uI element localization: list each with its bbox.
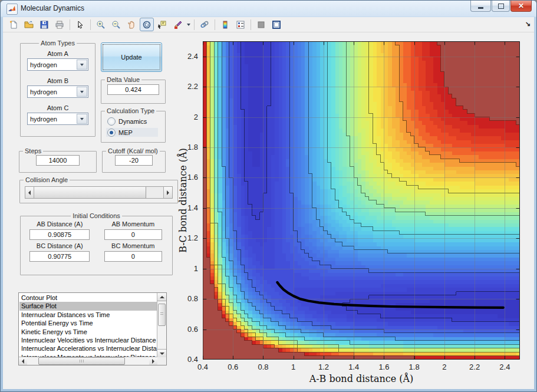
window-title: Molecular Dynamics — [21, 4, 84, 12]
scroll-left-button[interactable] — [19, 357, 27, 365]
ab-momentum-label: AB Momentum — [99, 220, 168, 228]
colorbar-button[interactable] — [218, 18, 232, 31]
pan-hand-button[interactable] — [124, 18, 139, 31]
inactive-square-icon — [256, 20, 266, 29]
list-horizontal-scrollbar[interactable] — [19, 357, 157, 365]
zoom-out-button[interactable] — [109, 18, 123, 31]
arrow-right-icon — [167, 190, 169, 195]
atom-a-dropdown[interactable]: hydrogen — [27, 58, 88, 71]
update-button[interactable]: Update — [101, 42, 162, 72]
close-button[interactable]: ✕ — [510, 1, 532, 12]
arrow-left-icon — [22, 359, 24, 364]
toolbar-overflow-arrow[interactable]: ↘ — [525, 20, 531, 28]
slider-track[interactable] — [146, 187, 163, 198]
figure-content: Atom Types Atom A hydrogen Atom B hydrog… — [3, 32, 534, 389]
arrow-cursor-button[interactable] — [73, 18, 87, 31]
save-button[interactable] — [37, 18, 51, 31]
slider-thumb[interactable] — [34, 187, 146, 198]
x-tick-label: 2.2 — [463, 363, 486, 371]
list-vertical-scrollbar[interactable] — [157, 293, 166, 357]
scroll-up-button[interactable] — [157, 293, 166, 301]
list-item[interactable]: Kinetic Energy vs Time — [19, 328, 157, 336]
data-cursor-icon — [157, 20, 167, 29]
ab-momentum-input[interactable] — [104, 229, 162, 240]
bc-momentum-label: BC Momentum — [99, 242, 168, 249]
x-tick-label: 0.6 — [221, 363, 245, 371]
close-icon: ✕ — [518, 2, 524, 9]
dock-figure-button[interactable] — [269, 18, 284, 31]
atom-b-label: Atom B — [21, 77, 95, 84]
chevron-down-icon — [80, 91, 84, 93]
radio-dynamics[interactable]: Dynamics — [106, 117, 165, 126]
titlebar[interactable]: Molecular Dynamics ✕ — [3, 1, 534, 17]
bc-momentum-input[interactable] — [104, 251, 162, 262]
atom-b-dropdown[interactable]: hydrogen — [27, 85, 88, 98]
brush-button[interactable] — [170, 18, 185, 31]
x-tick-label: 1.2 — [312, 363, 335, 371]
minimize-icon — [478, 7, 483, 9]
list-item[interactable]: Internuclear Velocities vs Internuclear … — [19, 336, 157, 344]
legend-icon — [236, 20, 245, 29]
atom-types-title: Atom Types — [39, 39, 77, 47]
open-file-button[interactable] — [22, 18, 36, 31]
x-tick-label: 0.8 — [251, 363, 275, 371]
collision-angle-slider[interactable] — [25, 186, 173, 199]
radio-mep[interactable]: MEP — [106, 128, 158, 137]
arrow-left-icon — [28, 190, 31, 195]
list-item[interactable]: Contour Plot — [19, 294, 157, 302]
new-file-icon — [9, 20, 18, 29]
inactive-square-button[interactable] — [254, 18, 268, 31]
list-item[interactable]: Potential Energy vs Time — [19, 319, 157, 327]
rotate-3d-button[interactable] — [140, 18, 154, 31]
print-button[interactable] — [52, 18, 67, 31]
slider-left-button[interactable] — [25, 187, 34, 198]
data-cursor-button[interactable] — [155, 18, 169, 31]
ab-distance-input[interactable] — [29, 229, 90, 240]
collision-angle-panel: Collision Angle — [19, 176, 178, 203]
rotate-3d-icon — [142, 20, 151, 29]
list-item[interactable]: Internuclear Accelerations vs Internucle… — [19, 344, 157, 353]
steps-input[interactable] — [36, 155, 80, 166]
restore-button[interactable] — [492, 1, 510, 12]
delta-value-input[interactable] — [107, 84, 159, 95]
bc-distance-input[interactable] — [29, 251, 90, 262]
save-icon — [39, 20, 49, 29]
slider-right-button[interactable] — [163, 187, 172, 198]
list-item[interactable]: Surface Plot — [19, 302, 157, 310]
brush-dropdown-button[interactable] — [186, 18, 191, 31]
figure-toolbar: ↘ — [3, 17, 534, 32]
toolbar-separator — [90, 19, 91, 30]
bc-distance-label: BC Distance (A) — [25, 242, 94, 249]
atom-c-dropdown-button[interactable] — [77, 114, 87, 124]
scrollbar-corner — [157, 357, 166, 365]
plot-type-list: Contour PlotSurface PlotInternuclear Dis… — [19, 294, 157, 357]
x-tick-label: 1.8 — [403, 363, 426, 371]
cutoff-input[interactable] — [115, 155, 153, 166]
scroll-down-button[interactable] — [157, 349, 166, 357]
delta-value-panel: Delta Value — [101, 76, 166, 104]
arrow-up-icon — [160, 296, 164, 298]
atom-a-dropdown-button[interactable] — [77, 60, 87, 70]
dropdown-caret-icon — [187, 24, 190, 26]
atom-b-dropdown-button[interactable] — [77, 87, 87, 97]
atom-c-dropdown[interactable]: hydrogen — [27, 113, 88, 125]
figure-client-area: ↘ Atom Types Atom A hydrogen Atom B hydr… — [3, 17, 534, 389]
link-plots-button[interactable] — [197, 18, 212, 31]
legend-button[interactable] — [233, 18, 248, 31]
initial-conditions-title: Initial Conditions — [71, 212, 122, 219]
collision-angle-title: Collision Angle — [24, 176, 70, 183]
zoom-in-button[interactable] — [94, 18, 108, 31]
list-item[interactable]: Internuclear Distances vs Time — [19, 311, 157, 319]
pes-plot-canvas[interactable] — [203, 41, 520, 360]
initial-conditions-panel: Initial Conditions AB Distance (A) AB Mo… — [20, 212, 173, 275]
y-tick-label: 0.8 — [176, 294, 198, 303]
scroll-right-button[interactable] — [149, 357, 157, 365]
arrow-cursor-icon — [75, 20, 85, 29]
new-file-button[interactable] — [6, 18, 21, 31]
horizontal-scroll-thumb[interactable] — [38, 357, 126, 365]
radio-mep-label: MEP — [118, 129, 133, 136]
calculation-type-title: Calculation Type — [105, 107, 156, 114]
restore-icon — [498, 4, 504, 9]
minimize-button[interactable] — [470, 1, 491, 12]
vertical-scroll-thumb[interactable] — [158, 304, 166, 326]
